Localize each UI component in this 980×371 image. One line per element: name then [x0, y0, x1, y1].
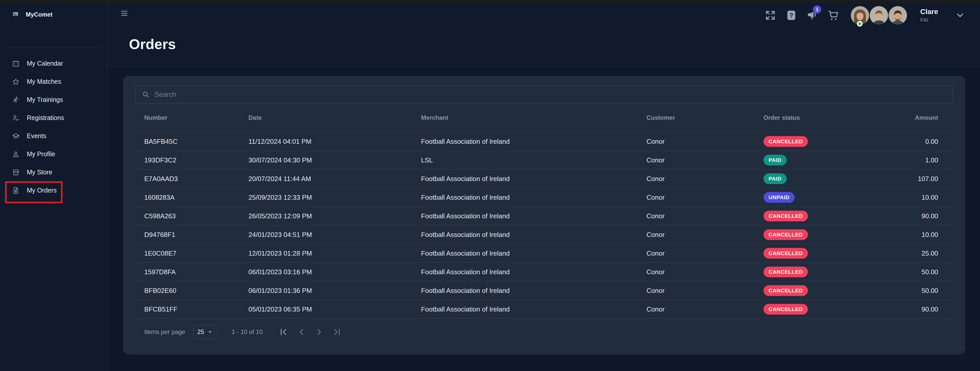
previous-page-icon [296, 327, 306, 337]
sidebar-item[interactable]: Registrations [0, 109, 107, 127]
order-customer-cell: Conor [646, 194, 764, 201]
order-merchant-cell: Football Association of Ireland [421, 175, 646, 183]
sidebar-item[interactable]: My Matches [0, 73, 107, 91]
user-menu[interactable]: Clare FAI [920, 8, 938, 23]
avatar[interactable] [889, 6, 907, 24]
order-status-cell: PAID [764, 155, 871, 166]
previous-page-button[interactable] [296, 327, 306, 337]
order-merchant-cell: Football Association of Ireland [421, 138, 646, 145]
notification-badge: 1 [813, 5, 821, 14]
sidebar-item[interactable]: My Profile [0, 145, 107, 163]
order-status-badge: CANCELLED [764, 304, 808, 315]
logo-image-icon [12, 11, 19, 18]
avatar-image [889, 6, 907, 24]
table-row[interactable]: 193DF3C2 30/07/2024 04:30 PM LSL Conor P… [135, 151, 953, 169]
star-icon [12, 78, 20, 86]
order-customer-cell: Conor [646, 250, 764, 257]
column-header: Amount [871, 114, 938, 121]
sidebar-item[interactable]: My Orders [0, 181, 107, 199]
order-date-cell: 25/09/2023 12:33 PM [248, 194, 421, 201]
app-logo[interactable]: MyComet [0, 3, 107, 47]
order-status-badge: UNPAID [764, 192, 795, 203]
menu-toggle-button[interactable] [120, 10, 129, 17]
table-row[interactable]: D94768F1 24/01/2023 04:51 PM Football As… [135, 225, 953, 244]
order-number-cell: E7A0AAD3 [144, 175, 248, 183]
table-row[interactable]: BA5FB45C 11/12/2024 04:01 PM Football As… [135, 132, 953, 151]
first-page-button[interactable] [278, 327, 288, 337]
person-icon [12, 150, 20, 158]
user-org: FAI [920, 17, 938, 23]
order-date-cell: 20/07/2024 11:44 AM [248, 175, 421, 183]
order-date-cell: 06/01/2023 01:36 PM [248, 287, 421, 295]
app-name: MyComet [26, 11, 52, 18]
table-row[interactable]: 1597D8FA 06/01/2023 03:16 PM Football As… [135, 263, 953, 281]
order-customer-cell: Conor [646, 268, 764, 276]
table-row[interactable]: C598A263 26/05/2023 12:09 PM Football As… [135, 207, 953, 225]
table-row[interactable]: BFB02E60 06/01/2023 01:36 PM Football As… [135, 281, 953, 300]
table-row[interactable]: 1E0C08E7 12/01/2023 01:28 PM Football As… [135, 244, 953, 263]
order-number-cell: BFB02E60 [144, 287, 248, 295]
first-page-icon [278, 327, 288, 337]
topbar: Orders 1 [108, 3, 980, 67]
search-icon [142, 91, 150, 99]
order-status-badge: CANCELLED [764, 267, 808, 277]
order-status-badge: CANCELLED [764, 229, 808, 240]
order-date-cell: 05/01/2023 06:35 PM [248, 306, 421, 313]
last-page-button[interactable] [332, 327, 342, 337]
page-range-label: 1 - 10 of 10 [232, 328, 262, 336]
sidebar-nav: My Calendar My Matches My Trainings Regi… [0, 54, 107, 199]
help-button[interactable] [786, 10, 797, 21]
pager-buttons [270, 327, 342, 337]
sidebar-divider [6, 47, 101, 48]
avatar[interactable] [870, 6, 888, 24]
order-merchant-cell: Football Association of Ireland [421, 268, 646, 276]
order-customer-cell: Conor [646, 231, 764, 239]
order-status-badge: CANCELLED [764, 136, 808, 147]
order-amount-cell: 50.00 [871, 268, 938, 276]
order-number-cell: 1E0C08E7 [144, 250, 248, 257]
sidebar-item[interactable]: Events [0, 127, 107, 145]
avatar[interactable] [851, 6, 869, 24]
sidebar-item[interactable]: My Store [0, 163, 107, 181]
announcements-button[interactable]: 1 [807, 10, 818, 21]
order-date-cell: 12/01/2023 01:28 PM [248, 250, 421, 257]
hamburger-icon [120, 10, 129, 17]
order-merchant-cell: Football Association of Ireland [421, 231, 646, 239]
sidebar-item[interactable]: My Calendar [0, 54, 107, 73]
column-header: Number [144, 114, 248, 121]
search-input[interactable] [154, 91, 947, 99]
online-status-dot [857, 21, 862, 27]
fullscreen-button[interactable] [765, 10, 776, 21]
table-row[interactable]: BFCB51FF 05/01/2023 06:35 PM Football As… [135, 300, 953, 318]
order-number-cell: C598A263 [144, 212, 248, 220]
graduation-cap-icon [12, 132, 20, 140]
user-menu-toggle[interactable] [955, 10, 965, 21]
order-number-cell: BA5FB45C [144, 138, 248, 145]
fullscreen-icon [765, 10, 776, 21]
orders-card: NumberDateMerchantCustomerOrder statusAm… [123, 76, 965, 354]
order-status-badge: PAID [764, 155, 787, 166]
store-icon [12, 169, 20, 176]
sidebar-item-label: My Trainings [27, 96, 63, 103]
table-body: BA5FB45C 11/12/2024 04:01 PM Football As… [135, 132, 953, 318]
calendar-icon [12, 60, 20, 67]
order-customer-cell: Conor [646, 175, 764, 183]
next-page-button[interactable] [314, 327, 324, 337]
sidebar-item-label: My Store [27, 169, 52, 176]
avatar-group [850, 6, 907, 24]
last-page-icon [332, 327, 342, 337]
items-per-page-select[interactable]: 25 [193, 325, 217, 339]
window-top-edge [0, 0, 980, 3]
order-date-cell: 26/05/2023 12:09 PM [248, 212, 421, 220]
order-amount-cell: 1.00 [871, 156, 938, 164]
table-row[interactable]: 1608283A 25/09/2023 12:33 PM Football As… [135, 188, 953, 207]
order-amount-cell: 50.00 [871, 287, 938, 295]
table-row[interactable]: E7A0AAD3 20/07/2024 11:44 AM Football As… [135, 169, 953, 188]
order-date-cell: 24/01/2023 04:51 PM [248, 231, 421, 239]
order-customer-cell: Conor [646, 212, 764, 220]
sidebar-item[interactable]: My Trainings [0, 91, 107, 109]
table-header-row: NumberDateMerchantCustomerOrder statusAm… [135, 103, 953, 132]
order-amount-cell: 90.00 [871, 306, 938, 313]
content-area: Orders 1 [108, 3, 980, 371]
cart-button[interactable] [827, 10, 839, 21]
